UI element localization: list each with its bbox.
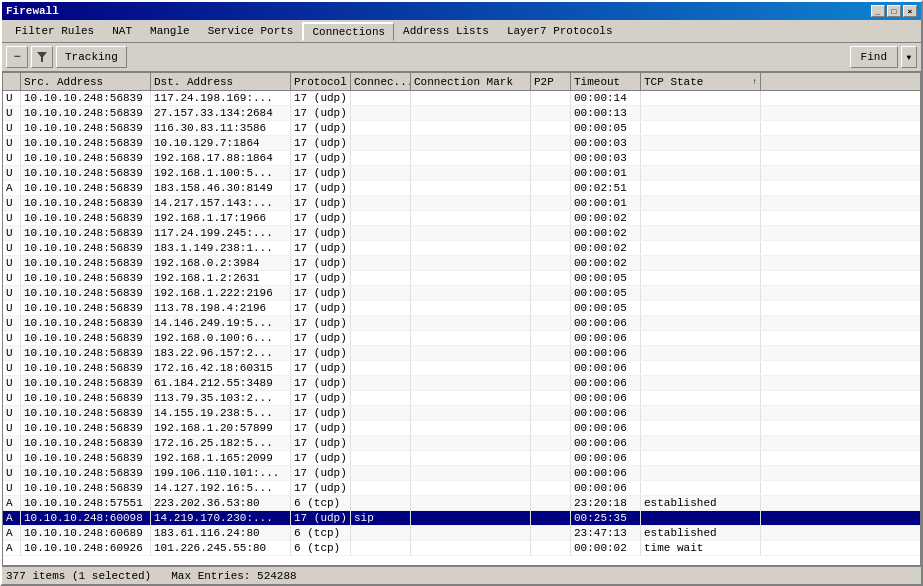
table-row[interactable]: U10.10.10.248:56839192.168.1.100:5...17 …: [3, 166, 920, 181]
table-row[interactable]: A10.10.10.248:57551223.202.36.53:806 (tc…: [3, 496, 920, 511]
tab-filter-rules[interactable]: Filter Rules: [6, 22, 103, 40]
table-row[interactable]: A10.10.10.248:60689183.61.116.24:806 (tc…: [3, 526, 920, 541]
table-cell: 10.10.10.248:56839: [21, 391, 151, 405]
table-cell: [351, 541, 411, 555]
table-cell: 17 (udp): [291, 121, 351, 135]
filter-button[interactable]: [31, 46, 53, 68]
table-cell: 10.10.10.248:56839: [21, 271, 151, 285]
table-row[interactable]: U10.10.10.248:56839192.168.1.222:219617 …: [3, 286, 920, 301]
table-cell: 17 (udp): [291, 481, 351, 495]
table-cell: U: [3, 421, 21, 435]
table-cell: [641, 436, 761, 450]
table-cell: [641, 256, 761, 270]
table-row[interactable]: U10.10.10.248:5683914.155.19.238:5...17 …: [3, 406, 920, 421]
table-cell: [411, 106, 531, 120]
col-header-c3[interactable]: Protocol: [291, 73, 351, 90]
table-cell: 00:00:06: [571, 376, 641, 390]
table-cell: [411, 406, 531, 420]
tab-nat[interactable]: NAT: [103, 22, 141, 40]
table-cell: [351, 406, 411, 420]
table-cell: [351, 241, 411, 255]
table-cell: 17 (udp): [291, 331, 351, 345]
tab-address-lists[interactable]: Address Lists: [394, 22, 498, 40]
table-body[interactable]: U10.10.10.248:56839117.24.198.169:...17 …: [3, 91, 920, 565]
table-row[interactable]: A10.10.10.248:56839183.158.46.30:814917 …: [3, 181, 920, 196]
table-row[interactable]: A10.10.10.248:6009814.219.170.230:...17 …: [3, 511, 920, 526]
table-row[interactable]: U10.10.10.248:56839172.16.25.182:5...17 …: [3, 436, 920, 451]
col-header-c5[interactable]: Connection Mark: [411, 73, 531, 90]
table-cell: [351, 181, 411, 195]
table-cell: 10.10.10.248:56839: [21, 106, 151, 120]
table-row[interactable]: U10.10.10.248:56839199.106.110.101:...17…: [3, 466, 920, 481]
table-cell: 00:00:06: [571, 481, 641, 495]
table-row[interactable]: U10.10.10.248:56839183.22.96.157:2...17 …: [3, 346, 920, 361]
tracking-button[interactable]: Tracking: [56, 46, 127, 68]
maximize-button[interactable]: □: [887, 5, 901, 17]
table-cell: U: [3, 436, 21, 450]
table-cell: 117.24.198.169:...: [151, 91, 291, 105]
table-row[interactable]: U10.10.10.248:56839192.168.1.20:5789917 …: [3, 421, 920, 436]
table-row[interactable]: U10.10.10.248:5683961.184.212.55:348917 …: [3, 376, 920, 391]
table-row[interactable]: U10.10.10.248:5683914.146.249.19:5...17 …: [3, 316, 920, 331]
table-cell: [351, 136, 411, 150]
table-cell: [641, 316, 761, 330]
col-header-c8[interactable]: TCP State ↑: [641, 73, 761, 90]
table-row[interactable]: U10.10.10.248:5683927.157.33.134:268417 …: [3, 106, 920, 121]
col-header-c1[interactable]: Src. Address: [21, 73, 151, 90]
table-cell: 00:00:06: [571, 346, 641, 360]
table-cell: [411, 286, 531, 300]
dropdown-button[interactable]: ▼: [901, 46, 917, 68]
col-header-c7[interactable]: Timeout: [571, 73, 641, 90]
table-row[interactable]: U10.10.10.248:56839113.78.198.4:219617 (…: [3, 301, 920, 316]
table-row[interactable]: U10.10.10.248:5683914.127.192.16:5...17 …: [3, 481, 920, 496]
table-cell: 117.24.199.245:...: [151, 226, 291, 240]
col-header-c4[interactable]: Connec...: [351, 73, 411, 90]
table-cell: [641, 421, 761, 435]
table-cell: [351, 496, 411, 510]
table-cell: [531, 286, 571, 300]
table-cell: 00:00:13: [571, 106, 641, 120]
table-row[interactable]: U10.10.10.248:56839192.168.0.2:398417 (u…: [3, 256, 920, 271]
table-row[interactable]: U10.10.10.248:56839172.16.42.18:6031517 …: [3, 361, 920, 376]
col-header-c6[interactable]: P2P: [531, 73, 571, 90]
tab-connections[interactable]: Connections: [302, 22, 394, 41]
table-cell: [641, 376, 761, 390]
table-cell: [531, 121, 571, 135]
table-row[interactable]: U10.10.10.248:5683910.10.129.7:186417 (u…: [3, 136, 920, 151]
table-row[interactable]: U10.10.10.248:56839192.168.1.165:209917 …: [3, 451, 920, 466]
table-row[interactable]: U10.10.10.248:56839192.168.0.100:6...17 …: [3, 331, 920, 346]
col-header-c0[interactable]: [3, 73, 21, 90]
tab-mangle[interactable]: Mangle: [141, 22, 199, 40]
table-cell: [351, 301, 411, 315]
table-row[interactable]: U10.10.10.248:56839113.79.35.103:2...17 …: [3, 391, 920, 406]
find-button[interactable]: Find: [850, 46, 898, 68]
table-row[interactable]: U10.10.10.248:56839183.1.149.238:1...17 …: [3, 241, 920, 256]
table-cell: 6 (tcp): [291, 526, 351, 540]
table-row[interactable]: U10.10.10.248:56839116.30.83.11:358617 (…: [3, 121, 920, 136]
table-cell: [531, 376, 571, 390]
tab-layer7-protocols[interactable]: Layer7 Protocols: [498, 22, 622, 40]
table-cell: 10.10.10.248:57551: [21, 496, 151, 510]
table-cell: [531, 481, 571, 495]
table-cell: 10.10.10.248:56839: [21, 466, 151, 480]
table-row[interactable]: U10.10.10.248:5683914.217.157.143:...17 …: [3, 196, 920, 211]
table-row[interactable]: U10.10.10.248:56839192.168.17.88:186417 …: [3, 151, 920, 166]
tab-service-ports[interactable]: Service Ports: [199, 22, 303, 40]
minus-button[interactable]: −: [6, 46, 28, 68]
table-cell: [641, 511, 761, 525]
table-row[interactable]: U10.10.10.248:56839192.168.1.17:196617 (…: [3, 211, 920, 226]
col-header-c2[interactable]: Dst. Address: [151, 73, 291, 90]
table-row[interactable]: U10.10.10.248:56839117.24.199.245:...17 …: [3, 226, 920, 241]
table-cell: [641, 226, 761, 240]
table-cell: [531, 106, 571, 120]
table-row[interactable]: U10.10.10.248:56839117.24.198.169:...17 …: [3, 91, 920, 106]
table-cell: 23:20:18: [571, 496, 641, 510]
table-cell: U: [3, 121, 21, 135]
table-row[interactable]: U10.10.10.248:56839192.168.1.2:263117 (u…: [3, 271, 920, 286]
minimize-button[interactable]: _: [871, 5, 885, 17]
table-row[interactable]: A10.10.10.248:60926101.226.245.55:806 (t…: [3, 541, 920, 556]
table-cell: 199.106.110.101:...: [151, 466, 291, 480]
table-cell: 10.10.10.248:56839: [21, 376, 151, 390]
table-cell: [641, 481, 761, 495]
close-button[interactable]: ×: [903, 5, 917, 17]
